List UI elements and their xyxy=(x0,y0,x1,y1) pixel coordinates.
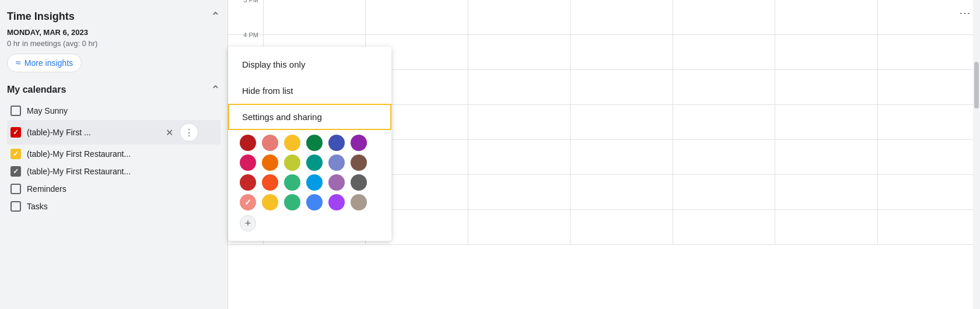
menu-item-hide-from-list[interactable]: Hide from list xyxy=(228,78,391,104)
my-calendars-title: My calendars xyxy=(7,85,66,95)
time-cell xyxy=(264,0,366,34)
time-cell xyxy=(468,210,570,244)
color-grape[interactable] xyxy=(351,135,367,151)
time-cell xyxy=(878,140,980,174)
color-blueberry[interactable] xyxy=(328,154,345,171)
color-pink-selected[interactable] xyxy=(240,194,256,210)
calendar-item-may-sunny[interactable]: May Sunny xyxy=(7,103,220,119)
time-cell xyxy=(570,70,673,104)
color-graphite[interactable] xyxy=(351,154,367,171)
time-cell xyxy=(570,35,673,69)
time-cell xyxy=(570,175,673,209)
more-insights-label: More insights xyxy=(24,58,73,68)
time-cell xyxy=(570,0,673,34)
time-cell xyxy=(673,0,775,34)
time-cell xyxy=(468,140,570,174)
calendar-name-restaurant-yellow: (table)-My First Restaurant... xyxy=(27,149,155,159)
time-insights-title: Time Insights xyxy=(7,10,75,23)
time-cell xyxy=(775,35,877,69)
color-flamingo[interactable] xyxy=(262,135,278,151)
color-red[interactable] xyxy=(240,174,256,191)
color-cyan[interactable] xyxy=(306,174,323,191)
time-label-3pm: 3 PM xyxy=(228,0,263,30)
color-pumpkin[interactable] xyxy=(262,154,278,171)
time-cell xyxy=(878,210,980,244)
calendar-checkbox-tasks[interactable] xyxy=(10,201,21,212)
scrollbar-thumb[interactable] xyxy=(974,62,979,108)
time-cell xyxy=(673,105,775,139)
time-cell xyxy=(366,0,468,34)
scrollbar[interactable] xyxy=(973,0,980,309)
color-tangerine[interactable] xyxy=(240,154,256,171)
color-banana[interactable] xyxy=(284,135,300,151)
calendar-item-restaurant-gray[interactable]: ✓ (table)-My First Restaurant... xyxy=(7,163,220,180)
more-insights-button[interactable]: ≈ More insights xyxy=(7,54,82,72)
time-cell xyxy=(878,70,980,104)
color-mint[interactable] xyxy=(284,194,300,210)
my-calendars-collapse-icon[interactable]: ⌃ xyxy=(211,83,220,97)
color-avocado[interactable] xyxy=(284,154,300,171)
color-peacock[interactable] xyxy=(328,135,345,151)
color-blue[interactable] xyxy=(306,194,323,210)
color-dark-gray[interactable] xyxy=(351,174,367,191)
time-cell xyxy=(673,140,775,174)
calendar-item-tasks[interactable]: Tasks xyxy=(7,198,220,215)
time-cell xyxy=(673,35,775,69)
calendar-name-table-first: (table)-My First ... xyxy=(27,128,155,137)
calendar-item-table-first[interactable]: ✓ (table)-My First ... ✕ ⋮ xyxy=(7,120,220,145)
calendar-name-restaurant-gray: (table)-My First Restaurant... xyxy=(27,167,155,176)
remove-calendar-button[interactable]: ✕ xyxy=(161,124,177,141)
calendar-name-tasks: Tasks xyxy=(27,202,155,211)
time-cell xyxy=(775,210,877,244)
my-calendars-header: My calendars ⌃ xyxy=(7,83,220,97)
color-green[interactable] xyxy=(284,174,300,191)
calendar-checkbox-restaurant-gray[interactable]: ✓ xyxy=(10,166,21,177)
time-cells-3pm xyxy=(263,0,980,34)
calendar-item-reminders[interactable]: Reminders xyxy=(7,181,220,197)
time-cell xyxy=(878,105,980,139)
color-tomato[interactable] xyxy=(240,135,256,151)
calendar-name-reminders: Reminders xyxy=(27,184,155,194)
calendar-main: Display this only Hide from list Setting… xyxy=(228,0,980,309)
color-lavender[interactable] xyxy=(328,174,345,191)
time-cell xyxy=(673,175,775,209)
time-cell xyxy=(775,0,877,34)
sidebar: Time Insights ⌃ MONDAY, MAR 6, 2023 0 hr… xyxy=(0,0,228,309)
calendar-checkbox-may-sunny[interactable] xyxy=(10,106,21,116)
color-purple[interactable] xyxy=(328,194,345,210)
time-cell xyxy=(775,175,877,209)
color-yellow-2[interactable] xyxy=(262,194,278,210)
time-cell xyxy=(673,210,775,244)
calendar-name-may-sunny: May Sunny xyxy=(27,106,155,115)
date-label: MONDAY, MAR 6, 2023 xyxy=(7,28,220,37)
calendar-checkbox-reminders[interactable] xyxy=(10,184,21,194)
calendar-checkbox-table-first[interactable]: ✓ xyxy=(10,127,21,138)
time-cell xyxy=(878,35,980,69)
color-birch[interactable] xyxy=(351,194,367,210)
color-orange[interactable] xyxy=(262,174,278,191)
collapse-icon[interactable]: ⌃ xyxy=(211,9,220,23)
calendar-item-restaurant-yellow[interactable]: ✓ (table)-My First Restaurant... xyxy=(7,146,220,162)
time-cell xyxy=(775,140,877,174)
calendar-more-button[interactable]: ⋮ xyxy=(180,123,198,142)
more-options-button[interactable]: ⋯ xyxy=(959,6,971,20)
calendar-actions: ✕ ⋮ xyxy=(161,123,198,142)
time-cell xyxy=(468,35,570,69)
time-cell xyxy=(775,105,877,139)
time-row-3pm: 3 PM xyxy=(228,0,980,35)
time-cell xyxy=(570,105,673,139)
color-sage[interactable] xyxy=(306,135,323,151)
color-basil[interactable] xyxy=(306,154,323,171)
add-custom-color-button[interactable]: + xyxy=(240,215,256,231)
menu-item-display-only[interactable]: Display this only xyxy=(228,51,391,78)
calendar-list: May Sunny ✓ (table)-My First ... ✕ ⋮ ✓ (… xyxy=(7,103,220,215)
checkmark-icon: ✓ xyxy=(13,167,19,175)
time-cell xyxy=(570,140,673,174)
menu-item-settings-sharing[interactable]: Settings and sharing xyxy=(228,104,391,130)
insights-icon: ≈ xyxy=(16,58,21,68)
time-cell xyxy=(775,70,877,104)
time-cell xyxy=(673,70,775,104)
time-cell xyxy=(468,175,570,209)
calendar-checkbox-restaurant-yellow[interactable]: ✓ xyxy=(10,149,21,159)
time-cell xyxy=(570,210,673,244)
